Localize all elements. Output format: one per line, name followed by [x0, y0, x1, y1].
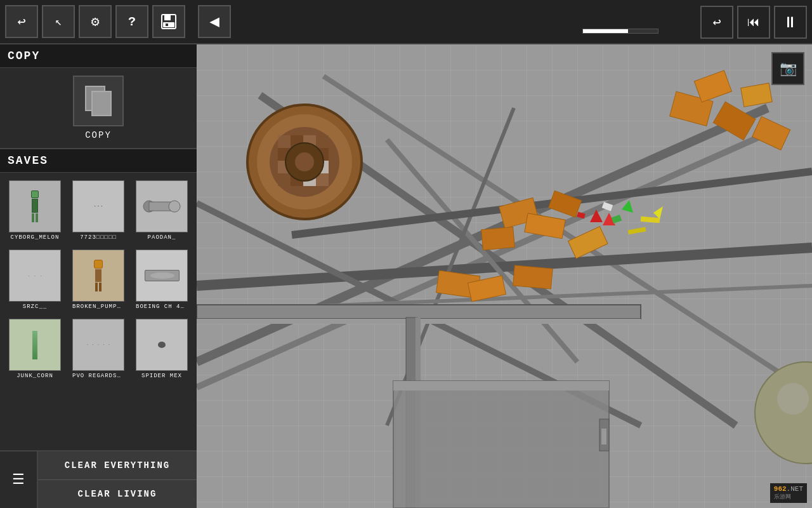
game-scene-svg [197, 44, 812, 508]
svg-rect-67 [393, 381, 609, 508]
save-thumb-1 [9, 180, 61, 232]
watermark: 962.NET 乐游网 [770, 483, 807, 503]
svg-point-6 [169, 201, 180, 212]
saves-header: SAVES [0, 149, 197, 173]
save-label-4: SRZC__ [23, 304, 47, 310]
help-button[interactable]: ? [115, 5, 148, 38]
svg-rect-33 [752, 116, 790, 150]
toolbar: ↩ ↖ ⚙ ? ◀ ↩ ⏮ ⏸ [0, 0, 812, 44]
play-button[interactable]: ◀ [198, 5, 231, 38]
clear-living-button[interactable]: CLEAR LIVING [38, 480, 197, 508]
save-item-4[interactable]: · · · SRZC__ [5, 247, 65, 312]
camera-button[interactable]: 📷 [771, 52, 804, 85]
clear-everything-button[interactable]: CLEAR EVERYTHING [38, 451, 197, 480]
svg-rect-30 [694, 70, 731, 102]
save-label-6: BOEING CH 47M [136, 304, 188, 310]
save-thumb-2: ··· [72, 180, 124, 232]
save-label-3: PAODAN_ [148, 234, 176, 241]
copy-label: COPY [85, 130, 112, 140]
svg-point-66 [777, 383, 809, 415]
save-item-5[interactable]: BROKEN_PUMPKIN [69, 247, 128, 312]
svg-rect-23 [481, 227, 515, 250]
svg-rect-40 [628, 227, 646, 235]
save-item-7[interactable]: JUNK_CORN [5, 316, 65, 382]
saves-section: SAVES CYBORG_MELON [0, 149, 197, 450]
svg-rect-39 [641, 217, 660, 224]
save-item-9[interactable]: SPIDER MEX [132, 316, 192, 382]
copy-header: COPY [0, 44, 197, 68]
save-thumb-6 [136, 250, 188, 302]
svg-point-65 [755, 362, 812, 464]
svg-rect-58 [278, 173, 291, 186]
svg-rect-25 [568, 227, 608, 258]
save-thumb-4: · · · [9, 250, 61, 302]
save-label-2: 7723□□□□□ [80, 234, 117, 241]
svg-rect-2 [163, 22, 174, 27]
svg-rect-22 [525, 213, 565, 239]
watermark-site: 乐游网 [774, 494, 791, 500]
save-thumb-7 [9, 319, 61, 371]
svg-point-64 [295, 152, 314, 171]
bottom-buttons: ☰ CLEAR EVERYTHING CLEAR LIVING [0, 450, 197, 508]
copy-item-area: COPY [0, 68, 197, 148]
svg-rect-28 [513, 265, 553, 289]
save-label-7: JUNK_CORN [16, 373, 53, 379]
bottom-action-buttons: CLEAR EVERYTHING CLEAR LIVING [38, 451, 197, 508]
svg-rect-68 [393, 381, 609, 391]
svg-rect-1 [164, 15, 171, 20]
pause-button[interactable]: ⏸ [774, 6, 807, 39]
copy-icon-button[interactable] [73, 76, 124, 126]
save-item-3[interactable]: PAODAN_ [132, 178, 192, 243]
svg-marker-38 [622, 200, 633, 213]
save-thumb-3 [136, 180, 188, 232]
save-label-5: BROKEN_PUMPKIN [72, 304, 124, 310]
settings-button[interactable]: ⚙ [79, 5, 112, 38]
svg-rect-17 [197, 305, 641, 319]
undo-button[interactable]: ↩ [700, 6, 733, 39]
save-item-6[interactable]: BOEING CH 47M [132, 247, 192, 312]
svg-rect-31 [713, 102, 756, 140]
save-item-8[interactable]: · · · · · PVO REGARDS KH 38 [69, 316, 128, 382]
list-icon-symbol: ☰ [12, 471, 25, 488]
cursor-button[interactable]: ↖ [42, 5, 75, 38]
save-thumb-5 [72, 250, 124, 302]
back-button[interactable]: ↩ [5, 5, 38, 38]
game-area: 📷 [197, 44, 812, 508]
list-icon: ☰ [0, 451, 38, 508]
left-panel: COPY COPY SAVES [0, 44, 197, 508]
save-label-8: PVO REGARDS KH 38 [72, 373, 124, 379]
saves-grid: CYBORG_MELON ··· 7723□□□□□ [0, 173, 197, 450]
save-thumb-8: · · · · · [72, 319, 124, 371]
copy-pages-icon [85, 86, 112, 116]
save-item-1[interactable]: CYBORG_MELON [5, 178, 65, 243]
save-thumb-9 [136, 319, 188, 371]
watermark-text: 962 [774, 485, 787, 493]
save-label-9: SPIDER MEX [141, 373, 182, 379]
svg-rect-3 [166, 23, 168, 26]
save-item-2[interactable]: ··· 7723□□□□□ [69, 178, 128, 243]
svg-marker-41 [653, 206, 663, 219]
copy-section: COPY COPY [0, 44, 197, 149]
svg-rect-70 [601, 429, 606, 444]
rewind-button[interactable]: ⏮ [737, 6, 770, 39]
svg-rect-46 [278, 135, 291, 148]
save-label-1: CYBORG_MELON [11, 234, 60, 241]
svg-rect-32 [741, 83, 773, 107]
svg-rect-49 [316, 135, 329, 148]
save-button[interactable] [152, 5, 185, 38]
top-right-controls: ↩ ⏮ ⏸ [691, 0, 812, 44]
